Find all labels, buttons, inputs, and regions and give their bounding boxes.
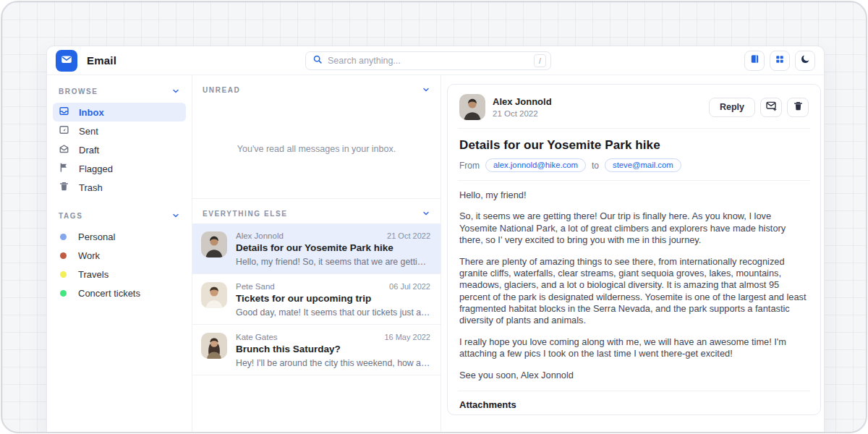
mail-subject: Brunch this Saturday? bbox=[236, 344, 430, 354]
sidebar-item-inbox[interactable]: Inbox bbox=[53, 103, 186, 122]
mail-item-content: Alex Jonnold 21 Oct 2022 Details for our… bbox=[236, 231, 430, 267]
tag-item-concert-tickets[interactable]: Concert tickets bbox=[53, 284, 186, 302]
flag-icon bbox=[59, 162, 69, 176]
from-email-chip[interactable]: alex.jonnold@hike.com bbox=[485, 158, 586, 172]
mail-list-item[interactable]: Pete Sand 06 Jul 2022 Tickets for our up… bbox=[192, 274, 441, 325]
mail-preview: Hey! I'll be around the city this weeken… bbox=[236, 358, 430, 368]
mail-date: 16 May 2022 bbox=[384, 333, 430, 341]
mail-list-item[interactable]: Kate Gates 16 May 2022 Brunch this Satur… bbox=[192, 325, 441, 375]
everything-else-title: EVERYTHING ELSE bbox=[203, 210, 288, 218]
tag-color-dot bbox=[60, 234, 67, 240]
search-shortcut-badge: / bbox=[534, 54, 546, 67]
apps-button[interactable] bbox=[770, 51, 790, 71]
search-input[interactable] bbox=[328, 56, 534, 66]
tag-color-dot bbox=[60, 290, 67, 297]
detail-subject: Details for our Yosemite Park hike bbox=[459, 138, 809, 153]
everything-else-section: EVERYTHING ELSE Alex Jonnold 21 Oct bbox=[192, 198, 441, 375]
sidebar-item-flagged[interactable]: Flagged bbox=[53, 159, 186, 178]
body-paragraph: Hello, my friend! bbox=[459, 190, 809, 201]
body-paragraph: I really hope you love coming along with… bbox=[459, 336, 809, 360]
search-bar[interactable]: / bbox=[305, 51, 551, 70]
message-body: Hello, my friend! So, it seems we are ge… bbox=[459, 190, 809, 381]
chevron-down-icon[interactable] bbox=[171, 87, 180, 95]
search-icon bbox=[312, 54, 323, 67]
mail-subject: Tickets for our upcoming trip bbox=[236, 293, 430, 304]
mail-item-content: Pete Sand 06 Jul 2022 Tickets for our up… bbox=[236, 282, 430, 318]
book-icon bbox=[749, 54, 760, 67]
sidebar-item-label: Trash bbox=[79, 182, 103, 193]
unread-section-header: UNREAD bbox=[192, 75, 441, 100]
tag-color-dot bbox=[60, 271, 67, 278]
tag-label: Work bbox=[78, 250, 100, 261]
detail-date: 21 Oct 2022 bbox=[493, 109, 552, 118]
browse-section-header: BROWSE bbox=[53, 87, 186, 95]
tag-item-work[interactable]: Work bbox=[53, 246, 186, 265]
tag-label: Travels bbox=[78, 269, 109, 280]
everything-else-header: EVERYTHING ELSE bbox=[192, 199, 441, 224]
unread-empty-text: You've read all messages in your inbox. bbox=[237, 144, 396, 154]
divider bbox=[458, 180, 810, 181]
reply-button[interactable]: Reply bbox=[709, 98, 755, 117]
message-detail-pane: Alex Jonnold 21 Oct 2022 Reply bbox=[447, 84, 821, 415]
dark-mode-button[interactable] bbox=[795, 51, 815, 71]
mail-date: 21 Oct 2022 bbox=[387, 231, 430, 240]
avatar bbox=[201, 282, 227, 308]
inbox-icon bbox=[59, 106, 69, 119]
mail-sender: Alex Jonnold bbox=[236, 231, 284, 240]
sidebar: BROWSE Inbox bbox=[47, 75, 192, 433]
chevron-down-icon[interactable] bbox=[422, 85, 430, 94]
addressbook-button[interactable] bbox=[744, 51, 765, 71]
to-email-chip[interactable]: steve@mail.com bbox=[605, 158, 681, 172]
grid-icon bbox=[775, 54, 785, 67]
tags-list: Personal Work Travels Concert tickets bbox=[53, 227, 186, 302]
browse-list: Inbox Sent Draft bbox=[53, 103, 186, 197]
tag-item-travels[interactable]: Travels bbox=[53, 265, 186, 284]
sidebar-item-label: Sent bbox=[79, 126, 98, 137]
envelope-plus-icon bbox=[765, 100, 777, 114]
attachments-title: Attachments bbox=[459, 399, 809, 410]
avatar bbox=[201, 231, 227, 258]
detail-sender-name: Alex Jonnold bbox=[493, 96, 552, 107]
mail-sender: Kate Gates bbox=[236, 333, 278, 341]
tags-title: TAGS bbox=[59, 212, 82, 220]
chevron-down-icon[interactable] bbox=[171, 211, 180, 220]
mail-list-item[interactable]: Alex Jonnold 21 Oct 2022 Details for our… bbox=[192, 224, 441, 274]
forward-button[interactable] bbox=[760, 98, 782, 117]
body-paragraph: There are plenty of amazing things to se… bbox=[459, 256, 809, 327]
email-app-window: Email / bbox=[46, 46, 825, 433]
tags-section-header: TAGS bbox=[53, 211, 186, 220]
from-label: From bbox=[459, 161, 480, 171]
sidebar-item-draft[interactable]: Draft bbox=[53, 140, 186, 159]
trash-icon bbox=[59, 181, 69, 195]
sidebar-item-label: Flagged bbox=[79, 163, 113, 174]
mail-date: 06 Jul 2022 bbox=[389, 282, 430, 291]
chevron-down-icon[interactable] bbox=[422, 209, 430, 218]
tag-item-personal[interactable]: Personal bbox=[53, 227, 186, 246]
envelope-icon bbox=[60, 53, 73, 69]
detail-actions: Reply bbox=[709, 98, 809, 117]
body-paragraph: See you soon, Alex Jonnold bbox=[459, 370, 809, 381]
desktop-background: Email / bbox=[1, 1, 867, 433]
tag-label: Concert tickets bbox=[78, 288, 140, 299]
trash-icon bbox=[793, 101, 804, 114]
divider bbox=[458, 391, 810, 391]
delete-button[interactable] bbox=[787, 98, 809, 117]
body-paragraph: So, it seems we are getting there! Our t… bbox=[459, 210, 809, 246]
tag-label: Personal bbox=[78, 231, 115, 242]
draft-icon bbox=[59, 143, 69, 157]
app-title: Email bbox=[87, 54, 116, 67]
avatar bbox=[201, 333, 227, 359]
screenshot: Email / bbox=[0, 0, 868, 434]
divider bbox=[458, 128, 810, 129]
detail-sender-block: Alex Jonnold 21 Oct 2022 bbox=[493, 96, 552, 118]
sidebar-item-sent[interactable]: Sent bbox=[53, 122, 186, 140]
app-logo bbox=[56, 50, 77, 72]
mail-item-content: Kate Gates 16 May 2022 Brunch this Satur… bbox=[236, 333, 430, 368]
detail-header: Alex Jonnold 21 Oct 2022 Reply bbox=[459, 94, 809, 120]
sidebar-item-trash[interactable]: Trash bbox=[53, 178, 186, 197]
sent-icon bbox=[59, 124, 69, 138]
moon-icon bbox=[800, 54, 811, 67]
sidebar-item-label: Draft bbox=[79, 145, 99, 156]
to-label: to bbox=[592, 161, 599, 171]
sidebar-item-label: Inbox bbox=[79, 107, 104, 118]
